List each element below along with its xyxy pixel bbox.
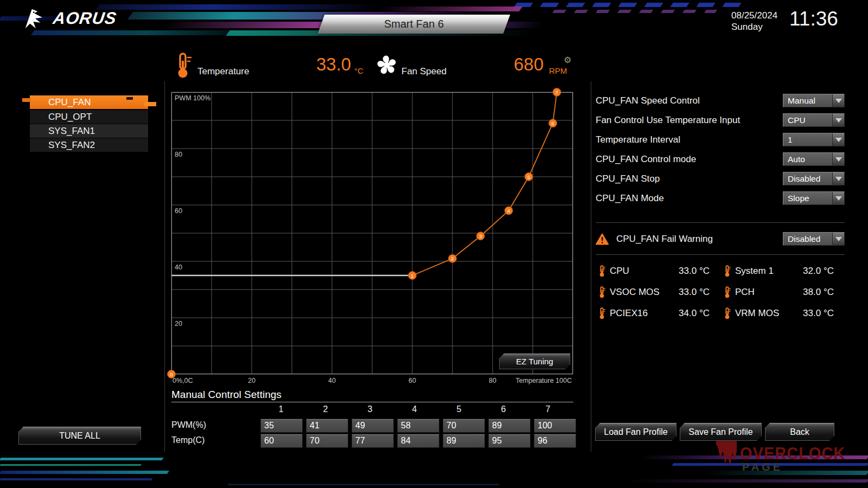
setting-label: CPU_FAN Fail Warning — [616, 234, 713, 244]
curve-point-1[interactable]: 1 — [409, 272, 417, 280]
chevron-down-icon[interactable] — [832, 192, 844, 204]
svg-text:PWM 100%: PWM 100% — [175, 94, 210, 102]
setting-label: Temperature Interval — [596, 134, 680, 145]
aorus-eagle-icon — [21, 7, 49, 30]
temp-cell-2[interactable]: 70 — [306, 434, 348, 448]
svg-text:20: 20 — [175, 320, 182, 328]
date-text: 08/25/2024 — [731, 10, 777, 21]
dropdown-value: 1 — [783, 133, 832, 146]
sensor-value: 33.0 °C — [803, 308, 834, 319]
divider-left — [164, 81, 165, 452]
ez-tuning-button[interactable]: EZ Tuning — [499, 354, 570, 369]
fan-curve-line — [412, 92, 557, 275]
temp-input-dropdown[interactable]: CPU — [783, 113, 845, 127]
clock-text: 11:36 — [789, 8, 838, 30]
pwm-cell-5[interactable]: 70 — [443, 419, 485, 433]
svg-text:3: 3 — [479, 233, 482, 239]
chevron-down-icon[interactable] — [832, 94, 844, 107]
sidebar-item-label: SYS_FAN2 — [48, 140, 95, 150]
pwm-cell-2[interactable]: 41 — [306, 419, 348, 433]
dropdown-value: CPU — [783, 114, 832, 126]
temp-cell-5[interactable]: 89 — [443, 434, 485, 448]
tune-all-button[interactable]: TUNE ALL — [18, 427, 141, 445]
load-fan-profile-button[interactable]: Load Fan Profile (F4) — [595, 423, 676, 441]
top-bar: AORUS Smart Fan 6 08/25/2024 Sunday 11:3… — [0, 0, 868, 42]
temp-interval-dropdown[interactable]: 1 — [783, 133, 845, 146]
decor-streak — [227, 484, 500, 485]
temp-cell-6[interactable]: 95 — [488, 434, 531, 448]
fan-mode-dropdown[interactable]: Slope — [783, 191, 845, 205]
thermometer-mini-icon — [598, 286, 605, 298]
sidebar-item-cpu-opt[interactable]: CPU_OPT — [30, 110, 148, 124]
svg-text:6: 6 — [551, 120, 554, 126]
fan-curve-chart: PWM 100%806040200%,0C20406080Temperature… — [171, 92, 573, 388]
curve-point-2[interactable]: 2 — [449, 254, 457, 262]
sensor-name: PCH — [735, 287, 755, 298]
speed-control-dropdown[interactable]: Manual — [783, 94, 845, 107]
chevron-down-icon[interactable] — [832, 133, 844, 146]
sidebar-item-label: SYS_FAN1 — [48, 126, 95, 136]
temp-cell-1[interactable]: 60 — [260, 434, 303, 448]
back-button[interactable]: Back — [765, 423, 834, 441]
fan-speed-value: 680 — [514, 54, 544, 75]
temp-cell-3[interactable]: 77 — [352, 434, 394, 448]
temp-reading-cpu: CPU33.0 °C — [598, 265, 710, 278]
temp-cell-7[interactable]: 96 — [534, 434, 576, 448]
decor-streak — [0, 471, 169, 474]
sidebar-item-label: CPU_FAN — [48, 97, 91, 107]
chevron-down-icon[interactable] — [832, 153, 844, 165]
decor-streak — [623, 479, 868, 483]
pwm-cell-6[interactable]: 89 — [488, 419, 531, 433]
save-fan-profile-button[interactable]: Save Fan Profile (F3) — [680, 423, 762, 441]
setting-row-speed-control: CPU_FAN Speed Control Manual — [596, 94, 845, 108]
thermometer-icon — [175, 52, 192, 79]
curve-point-5[interactable]: 5 — [525, 173, 533, 181]
temperature-value: 33.0 — [316, 54, 351, 75]
chevron-down-icon[interactable] — [832, 114, 844, 126]
curve-point-6[interactable]: 6 — [549, 119, 557, 127]
setting-row-fan-stop: CPU_FAN Stop Disabled — [596, 172, 845, 186]
fail-warning-dropdown[interactable]: Disabled — [783, 232, 845, 246]
column-header: 1 — [260, 404, 302, 414]
setting-row-fan-mode: CPU_FAN Mode Slope — [596, 191, 845, 206]
control-mode-dropdown[interactable]: Auto — [783, 152, 845, 166]
temp-reading-system-1: System 132.0 °C — [724, 265, 834, 278]
temp-reading-pciex16: PCIEX1634.0 °C — [598, 307, 710, 320]
pwm-cell-4[interactable]: 58 — [397, 419, 439, 433]
decor-streak — [514, 3, 745, 7]
column-header: 5 — [438, 404, 480, 414]
sensor-name: VSOC MOS — [610, 287, 660, 298]
fan-icon — [375, 54, 398, 76]
curve-point-4[interactable]: 4 — [505, 207, 513, 215]
sidebar-item-sys-fan2[interactable]: SYS_FAN2 — [30, 138, 148, 152]
temp-reading-vsoc-mos: VSOC MOS33.0 °C — [598, 286, 710, 299]
temp-cell-4[interactable]: 84 — [397, 434, 439, 448]
sensor-value: 32.0 °C — [803, 266, 834, 277]
decor-streak — [704, 471, 868, 475]
svg-text:0: 0 — [170, 371, 173, 377]
dropdown-value: Slope — [783, 192, 832, 204]
manual-settings-title: Manual Control Settings — [171, 389, 282, 401]
svg-text:2: 2 — [451, 255, 454, 261]
thermometer-mini-icon — [724, 265, 731, 277]
sidebar-item-sys-fan1[interactable]: SYS_FAN1 — [30, 124, 148, 138]
temp-reading-vrm-mos: VRM MOS33.0 °C — [724, 307, 834, 320]
pwm-cell-1[interactable]: 35 — [260, 419, 303, 433]
svg-text:40: 40 — [328, 377, 336, 384]
sidebar-item-cpu-fan[interactable]: CPU_FAN — [30, 95, 148, 109]
gear-icon[interactable]: ⚙ — [564, 55, 571, 65]
chevron-down-icon[interactable] — [832, 172, 844, 185]
pwm-cell-7[interactable]: 100 — [534, 419, 576, 433]
fan-curve-svg: PWM 100%806040200%,0C20406080Temperature… — [171, 92, 573, 388]
curve-point-3[interactable]: 3 — [476, 232, 484, 240]
pwm-cell-3[interactable]: 49 — [352, 419, 394, 433]
chevron-down-icon[interactable] — [832, 233, 844, 245]
temp-row: 60 70 77 84 89 95 96 — [260, 434, 576, 448]
fan-stop-dropdown[interactable]: Disabled — [783, 172, 845, 185]
dropdown-value: Disabled — [783, 233, 832, 245]
curve-point-7[interactable]: 7 — [553, 88, 561, 97]
setting-label: CPU_FAN Control mode — [596, 154, 696, 164]
svg-text:20: 20 — [248, 377, 256, 384]
temperature-unit: °C — [354, 66, 363, 75]
curve-point-0[interactable]: 0 — [168, 370, 176, 378]
